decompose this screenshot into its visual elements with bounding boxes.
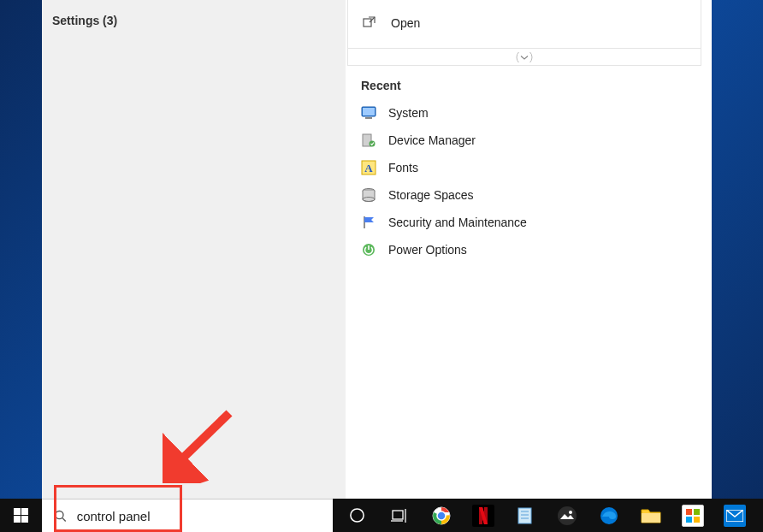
app-netflix[interactable] [462,499,504,532]
start-button[interactable] [0,499,42,532]
search-input[interactable] [77,509,321,523]
app-photos[interactable] [546,499,588,532]
open-label: Open [391,16,420,30]
svg-rect-40 [686,517,692,523]
svg-rect-4 [365,117,372,119]
flag-icon [361,215,376,230]
system-icon [361,105,376,121]
power-icon [361,242,376,257]
search-results-panel: Settings (3) Open [42,0,712,499]
recent-item-label: Device Manager [388,133,476,147]
preview-card: Open [347,0,701,66]
app-edge[interactable] [588,499,630,532]
settings-group-heading[interactable]: Settings (3) [52,14,335,27]
results-left-pane: Settings (3) [42,0,346,499]
app-file-explorer[interactable] [630,499,671,532]
svg-rect-30 [518,508,531,523]
svg-rect-41 [694,517,700,523]
svg-point-1 [517,52,532,62]
chrome-icon [430,505,452,527]
store-icon [682,505,704,527]
svg-rect-0 [364,19,371,27]
app-store[interactable] [671,499,713,532]
device-manager-icon [361,133,376,148]
svg-point-6 [370,141,376,147]
recent-item-label: Security and Maintenance [388,216,527,229]
results-right-pane: Open Recent System Device [346,0,712,499]
windows-icon [14,508,28,523]
svg-line-19 [62,518,66,522]
recent-item-label: System [388,106,429,120]
cortana-button[interactable] [336,499,378,532]
recent-heading: Recent [361,79,698,92]
recent-item-system[interactable]: System [359,99,698,127]
taskbar-icons [336,499,755,532]
recent-item-device-manager[interactable]: Device Manager [359,127,698,154]
svg-point-35 [569,511,572,514]
app-chrome[interactable] [420,499,462,532]
svg-rect-15 [21,508,28,515]
taskbar [0,499,763,532]
svg-text:A: A [364,162,373,174]
fonts-icon: A [361,160,376,175]
recent-item-label: Fonts [388,161,418,174]
task-view-icon [391,509,408,523]
svg-rect-38 [686,509,692,515]
app-notepad[interactable] [504,499,546,532]
search-icon [54,509,67,523]
notepad-icon [514,505,536,527]
recent-section: Recent System Device Manager A Fonts [346,65,712,277]
svg-point-34 [558,506,577,525]
recent-item-security[interactable]: Security and Maintenance [359,209,698,236]
photos-icon [556,505,578,527]
svg-rect-16 [14,516,21,523]
recent-item-label: Storage Spaces [388,188,474,202]
circle-icon [349,507,365,523]
recent-item-storage-spaces[interactable]: Storage Spaces [359,181,698,209]
chevron-down-icon [516,52,533,62]
svg-rect-3 [363,108,375,115]
folder-icon [640,505,662,527]
app-mail[interactable] [713,499,755,532]
svg-rect-37 [642,513,660,523]
netflix-icon [472,505,494,527]
recent-item-label: Power Options [388,243,467,257]
svg-point-18 [56,511,63,519]
taskbar-search[interactable] [42,499,333,532]
storage-icon [361,187,376,203]
svg-rect-17 [21,516,28,523]
open-icon [362,15,377,31]
recent-item-power-options[interactable]: Power Options [359,236,698,263]
mail-icon [724,505,746,527]
svg-rect-21 [393,511,403,519]
svg-point-20 [351,509,364,522]
expand-button[interactable] [348,48,701,65]
svg-rect-39 [694,509,700,515]
recent-item-fonts[interactable]: A Fonts [359,154,698,181]
svg-rect-14 [14,508,21,515]
task-view-button[interactable] [378,499,420,532]
open-action[interactable]: Open [348,0,701,48]
edge-icon [598,505,620,527]
